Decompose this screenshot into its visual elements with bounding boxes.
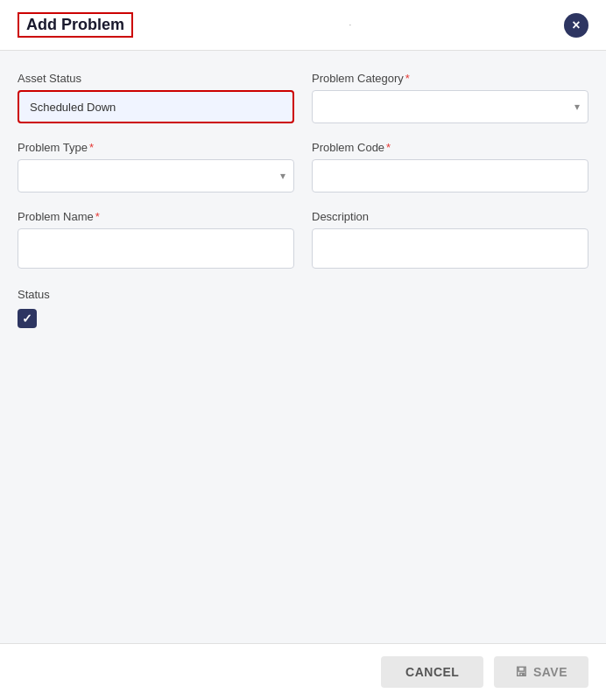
asset-status-label: Asset Status bbox=[18, 72, 294, 85]
problem-code-input[interactable] bbox=[312, 159, 588, 192]
problem-code-label: Problem Code* bbox=[312, 141, 588, 154]
checkbox-wrapper: ✓ bbox=[18, 309, 588, 328]
modal-title: Add Problem bbox=[18, 12, 133, 38]
add-problem-modal: Add Problem · × Asset Status Scheduled D… bbox=[0, 0, 606, 700]
modal-body: Asset Status Scheduled Down Problem Cate… bbox=[0, 51, 606, 643]
status-section: Status ✓ bbox=[18, 286, 588, 328]
problem-type-select-wrapper: ▾ bbox=[18, 159, 294, 192]
description-label: Description bbox=[312, 210, 588, 223]
checkmark-icon: ✓ bbox=[22, 312, 32, 326]
close-button[interactable]: × bbox=[564, 13, 588, 38]
problem-category-label: Problem Category* bbox=[312, 72, 588, 85]
required-star-3: * bbox=[386, 141, 391, 154]
problem-name-group: Problem Name* bbox=[18, 210, 294, 269]
required-star: * bbox=[405, 72, 410, 85]
required-star-4: * bbox=[95, 210, 100, 223]
save-button[interactable]: 🖫 SAVE bbox=[494, 656, 588, 688]
required-star-2: * bbox=[89, 141, 94, 154]
asset-status-group: Asset Status Scheduled Down bbox=[18, 72, 294, 123]
status-label: Status bbox=[18, 288, 50, 301]
cancel-button[interactable]: CANCEL bbox=[381, 656, 483, 688]
asset-status-value: Scheduled Down bbox=[18, 90, 294, 123]
description-group: Description bbox=[312, 210, 588, 269]
status-checkbox[interactable]: ✓ bbox=[18, 309, 37, 328]
modal-header: Add Problem · × bbox=[0, 0, 606, 51]
problem-category-select-wrapper: ▾ bbox=[312, 90, 588, 123]
form-row-3: Problem Name* Description bbox=[18, 210, 588, 269]
problem-type-label: Problem Type* bbox=[18, 141, 294, 154]
problem-category-select[interactable] bbox=[312, 90, 588, 123]
description-input[interactable] bbox=[312, 228, 588, 269]
problem-code-group: Problem Code* bbox=[312, 141, 588, 192]
form-row-2: Problem Type* ▾ Problem Code* bbox=[18, 141, 588, 192]
dot-indicator: · bbox=[349, 20, 352, 30]
problem-name-label: Problem Name* bbox=[18, 210, 294, 223]
save-icon: 🖫 bbox=[515, 665, 528, 679]
problem-type-group: Problem Type* ▾ bbox=[18, 141, 294, 192]
close-icon: × bbox=[572, 18, 580, 33]
save-label: SAVE bbox=[533, 665, 567, 679]
form-row-1: Asset Status Scheduled Down Problem Cate… bbox=[18, 72, 588, 123]
problem-category-group: Problem Category* ▾ bbox=[312, 72, 588, 123]
problem-name-input[interactable] bbox=[18, 228, 294, 269]
modal-footer: CANCEL 🖫 SAVE bbox=[0, 643, 606, 700]
problem-type-select[interactable] bbox=[18, 159, 294, 192]
